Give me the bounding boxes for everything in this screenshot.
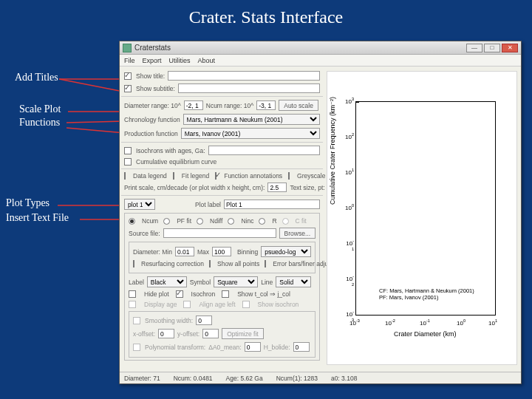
line-select[interactable]: Solid (276, 276, 311, 287)
err-adjust-check[interactable] (265, 260, 266, 267)
show-isochron2-label: Show isochron (258, 301, 299, 308)
plot-label-label: Plot label (195, 201, 221, 208)
line-label: Line (261, 279, 273, 286)
a0-input[interactable] (245, 342, 261, 352)
type-pf-radio[interactable] (163, 218, 170, 225)
ncum-range-label: Ncum range: 10^ (206, 102, 253, 109)
xtick: 10-1 (420, 318, 430, 327)
chart-xlabel: Crater Diameter (km) (394, 330, 457, 338)
type-ninc-radio[interactable] (228, 218, 234, 225)
window-close-button[interactable]: ✕ (502, 44, 518, 52)
menu-utilities[interactable]: Utilities (169, 57, 191, 64)
xtick: 10-2 (385, 318, 395, 327)
poly-check (133, 344, 140, 351)
form-panel: Show title: Show subtitle: Diameter rang… (124, 71, 320, 366)
menu-about[interactable]: About (198, 57, 216, 64)
show-subtitle-input[interactable] (178, 83, 320, 93)
xoff-input[interactable] (158, 329, 174, 338)
dmin-input[interactable] (175, 247, 194, 256)
browse-button[interactable]: Browse... (279, 228, 316, 239)
yoff-label: y-offset: (177, 330, 200, 338)
show-isochron2-check (242, 301, 250, 308)
smoothing-input[interactable] (196, 316, 212, 325)
dmax-input[interactable] (212, 247, 231, 256)
type-cf-label: C fit (296, 217, 307, 225)
print-scale-label: Print scale, cm/decade (or plot width x … (124, 184, 265, 191)
status-a0: a0: 3.108 (331, 375, 357, 382)
svg-line-2 (59, 79, 127, 92)
plot-list-select[interactable]: plot 1 (124, 199, 155, 210)
type-ncum-radio[interactable] (129, 218, 135, 225)
smoothing-check (133, 317, 140, 324)
type-cf-radio[interactable] (282, 218, 289, 225)
show-title-label: Show title: (136, 72, 165, 80)
align-age-label: Align age left (199, 301, 235, 308)
show-title-check[interactable] (124, 72, 132, 80)
type-ninc-label: Ninc (241, 217, 253, 225)
greyscale-check[interactable] (288, 172, 290, 180)
align-age-check (183, 301, 191, 308)
hide-plot-check[interactable] (129, 290, 136, 298)
annot-scale-plot: Scale Plot (19, 103, 61, 115)
auto-scale-button[interactable]: Auto scale (279, 100, 318, 111)
fn-annot-check[interactable] (215, 172, 216, 180)
binning-select[interactable]: psuedo-log (261, 246, 311, 257)
label-color-select[interactable]: Black (147, 276, 187, 287)
arrow-icon (66, 127, 127, 137)
cum-eq-check[interactable] (124, 158, 132, 166)
xtick: 101 (488, 318, 497, 327)
ytick: 100 (345, 203, 354, 211)
resurf-check[interactable] (133, 260, 134, 267)
menu-export[interactable]: Export (143, 57, 162, 64)
dmin-label: Diameter: Min (133, 248, 172, 256)
plot-label-input[interactable] (224, 200, 320, 209)
svg-line-8 (66, 128, 125, 133)
isochron-check[interactable] (176, 290, 183, 298)
prod-fn-select[interactable]: Mars, Ivanov (2001) (181, 128, 320, 139)
chart-legend: CF: Mars, Hartmann & Neukum (2001) PF: M… (379, 287, 474, 301)
ytick: 102 (345, 132, 354, 140)
hbolide-input[interactable] (293, 342, 310, 352)
show-tcol-check[interactable] (222, 290, 229, 298)
smoothing-label: Smoothing width: (145, 317, 193, 324)
ncum-range-input[interactable] (256, 100, 276, 110)
diam-range-input[interactable] (184, 100, 203, 110)
chart-ylabel: Cumulative Crater Frequency (km⁻²) (329, 97, 336, 205)
smoothing-subpanel: Smoothing width: x-offset: y-offset: Opt… (129, 311, 316, 358)
status-age: Age: 5.62 Ga (226, 375, 263, 382)
isochron-ages-check[interactable] (124, 147, 132, 154)
chron-fn-select[interactable]: Mars, Hartmann & Neukum (2001) (183, 114, 320, 125)
titlebar: Craterstats — □ ✕ (120, 41, 521, 55)
menu-file[interactable]: File (124, 57, 135, 64)
yoff-input[interactable] (202, 329, 219, 338)
resurf-label: Resurfacing correction (141, 260, 204, 267)
symbol-label: Symbol (190, 279, 211, 286)
window-max-button[interactable]: □ (484, 44, 500, 52)
isochron-ages-input[interactable] (208, 146, 320, 155)
optimize-button[interactable]: Optimize fit (222, 328, 264, 339)
xoff-label: x-offset: (133, 330, 155, 338)
menubar: File Export Utilities About (120, 55, 521, 66)
plot-preview: Cumulative Crater Frequency (km⁻²) 103 1… (327, 71, 517, 365)
fit-legend-label: Fit legend (182, 172, 209, 180)
print-scale-input[interactable] (267, 183, 287, 192)
fit-legend-check[interactable] (173, 172, 174, 180)
status-diameter: Diameter: 71 (124, 375, 160, 382)
show-all-check[interactable] (209, 260, 211, 267)
isochron-ages-label: Isochrons with ages, Ga: (136, 147, 205, 154)
text-size-label: Text size, pt: (290, 184, 324, 191)
window-min-button[interactable]: — (466, 44, 482, 52)
window-title: Craterstats (134, 44, 171, 52)
ytick: 10-2 (345, 274, 354, 290)
xtick: 10-3 (349, 318, 360, 327)
app-window: Craterstats — □ ✕ File Export Utilities … (119, 41, 522, 384)
show-title-input[interactable] (168, 71, 320, 81)
isochron-label: Isochron (191, 290, 216, 298)
symbol-select[interactable]: Square (214, 276, 258, 287)
show-subtitle-check[interactable] (124, 85, 132, 92)
type-r-radio[interactable] (259, 218, 265, 225)
ytick: 10-1 (345, 239, 354, 254)
data-legend-check[interactable] (124, 172, 126, 180)
type-ndiff-radio[interactable] (197, 218, 203, 225)
source-file-input[interactable] (163, 228, 276, 238)
